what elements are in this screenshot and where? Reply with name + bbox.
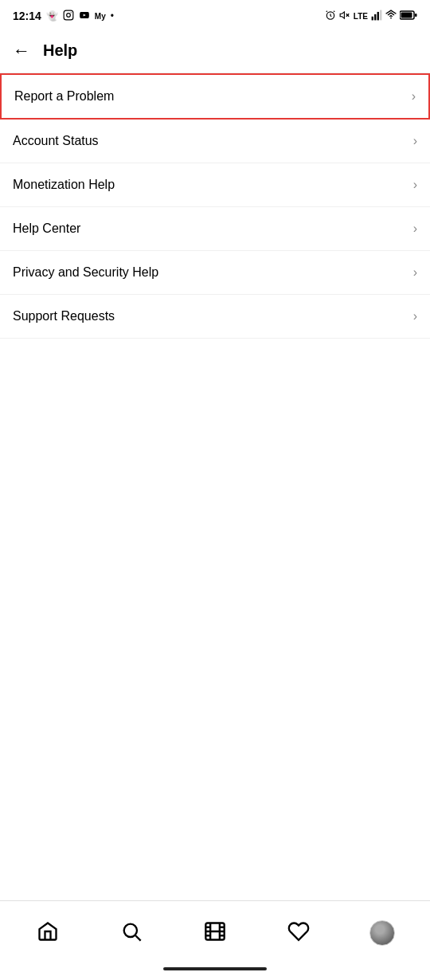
network-icon: LTE <box>354 12 368 21</box>
profile-icon <box>369 920 395 946</box>
menu-item-label: Report a Problem <box>14 89 114 104</box>
menu-item-report-problem[interactable]: Report a Problem › <box>0 73 430 120</box>
instagram-icon <box>63 10 74 23</box>
header: ← Help <box>0 29 430 73</box>
page-title: Help <box>43 41 77 60</box>
back-button[interactable]: ← <box>13 39 37 63</box>
bottom-nav <box>0 900 430 964</box>
menu-item-label: Help Center <box>13 221 80 236</box>
my5-icon: My <box>95 12 106 21</box>
alarm-icon <box>325 10 336 22</box>
status-left: 12:14 👻 My • <box>13 10 114 23</box>
menu-item-label: Monetization Help <box>13 178 115 192</box>
status-right: LTE <box>325 10 417 22</box>
svg-rect-9 <box>377 12 379 21</box>
signal-icon <box>371 10 382 22</box>
dot-icon: • <box>111 10 114 22</box>
chevron-right-icon: › <box>413 309 417 323</box>
svg-line-16 <box>135 935 140 940</box>
svg-point-1 <box>66 13 70 17</box>
svg-point-2 <box>70 12 71 13</box>
chevron-right-icon: › <box>413 265 417 280</box>
svg-rect-13 <box>401 13 412 18</box>
menu-item-monetization-help[interactable]: Monetization Help › <box>0 163 430 207</box>
search-icon <box>120 920 143 946</box>
svg-rect-10 <box>380 10 381 21</box>
nav-item-reels[interactable] <box>174 909 257 957</box>
home-bar-line <box>163 967 267 970</box>
snapchat-icon: 👻 <box>46 10 58 22</box>
svg-rect-7 <box>372 17 373 21</box>
battery-icon <box>400 10 417 22</box>
menu-item-privacy-security-help[interactable]: Privacy and Security Help › <box>0 251 430 295</box>
nav-item-home[interactable] <box>6 909 90 957</box>
chevron-right-icon: › <box>412 89 416 104</box>
menu-item-label: Support Requests <box>13 309 115 323</box>
chevron-right-icon: › <box>413 178 417 192</box>
nav-item-likes[interactable] <box>256 909 340 957</box>
heart-icon <box>287 920 310 946</box>
home-icon <box>37 920 59 946</box>
status-bar: 12:14 👻 My • <box>0 0 430 29</box>
nav-item-profile[interactable] <box>340 909 424 957</box>
svg-point-15 <box>124 923 137 936</box>
nav-item-search[interactable] <box>90 909 174 957</box>
volume-icon <box>339 10 350 22</box>
menu-item-help-center[interactable]: Help Center › <box>0 207 430 251</box>
svg-point-11 <box>390 18 392 19</box>
chevron-right-icon: › <box>413 134 417 148</box>
svg-rect-0 <box>64 10 73 20</box>
svg-rect-14 <box>415 14 417 17</box>
wifi-icon <box>385 10 397 22</box>
menu-item-support-requests[interactable]: Support Requests › <box>0 295 430 339</box>
home-bar <box>0 964 430 980</box>
menu-list: Report a Problem › Account Status › Mone… <box>0 73 430 900</box>
menu-item-account-status[interactable]: Account Status › <box>0 120 430 163</box>
svg-marker-4 <box>340 12 344 18</box>
status-time: 12:14 <box>13 10 41 22</box>
menu-item-label: Privacy and Security Help <box>13 265 158 280</box>
chevron-right-icon: › <box>413 221 417 236</box>
svg-rect-8 <box>374 14 376 21</box>
youtube-icon <box>79 10 90 23</box>
menu-item-label: Account Status <box>13 134 99 148</box>
reels-icon <box>204 920 226 946</box>
